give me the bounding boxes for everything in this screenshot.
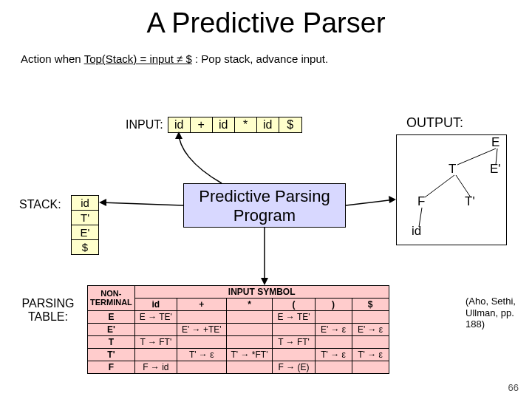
table-cell <box>134 349 177 361</box>
table-cell: T' → ε <box>315 349 352 361</box>
table-cell: T → FT' <box>134 336 177 349</box>
table-cell <box>226 311 273 324</box>
table-cell: E → TE' <box>273 311 315 324</box>
table-cell: T' → ε <box>352 349 389 361</box>
table-cell <box>315 311 352 324</box>
page-title: A Predictive Parser <box>0 7 532 39</box>
table-cell: E' → ε <box>352 324 389 336</box>
nt-header: NON-TERMINAL <box>88 286 135 311</box>
table-cell <box>352 336 389 349</box>
tree-node: E' <box>490 162 501 177</box>
row-nt: T' <box>88 349 135 361</box>
svg-line-2 <box>425 175 454 197</box>
parsing-table-label: PARSING TABLE: <box>15 297 81 324</box>
tree-node: F <box>417 194 425 209</box>
stack-cell: id <box>72 196 98 211</box>
action-rule: Action when Top(Stack) = input ≠ $ : Pop… <box>21 52 532 65</box>
action-suffix: : Pop stack, advance input. <box>192 52 328 65</box>
input-label: INPUT: <box>126 118 163 132</box>
col-header: ( <box>273 299 315 311</box>
input-cell: id <box>257 117 279 132</box>
table-cell: T' → ε <box>177 349 226 361</box>
table-cell <box>273 349 315 361</box>
table-cell: E' → +TE' <box>177 324 226 336</box>
table-cell: E → TE' <box>134 311 177 324</box>
input-cell: + <box>191 117 213 132</box>
parsing-table: NON-TERMINALINPUT SYMBOLid+*()$EE → TE'E… <box>87 285 389 374</box>
stack-cell: E' <box>72 225 98 240</box>
table-cell <box>177 311 226 324</box>
col-header: $ <box>352 299 389 311</box>
table-cell <box>226 336 273 349</box>
table-cell <box>226 361 273 374</box>
output-label: OUTPUT: <box>406 115 463 131</box>
predictive-parsing-program-box: Predictive Parsing Program <box>183 183 346 228</box>
input-cell: id <box>213 117 235 132</box>
tree-node: T <box>449 162 456 177</box>
stack-label: STACK: <box>19 198 61 211</box>
action-prefix: Action when <box>21 52 84 65</box>
table-cell <box>226 324 273 336</box>
table-cell: E' → ε <box>315 324 352 336</box>
row-nt: F <box>88 361 135 374</box>
table-cell: F → (E) <box>273 361 315 374</box>
table-cell: T → FT' <box>273 336 315 349</box>
table-cell: F → id <box>134 361 177 374</box>
table-cell <box>177 361 226 374</box>
col-header: + <box>177 299 226 311</box>
action-condition: Top(Stack) = input ≠ $ <box>84 52 192 65</box>
input-cell: $ <box>279 117 301 132</box>
stack-cell: T' <box>72 211 98 225</box>
row-nt: E' <box>88 324 135 336</box>
table-cell <box>315 361 352 374</box>
col-header: * <box>226 299 273 311</box>
input-cell: id <box>168 117 191 132</box>
table-cell <box>315 336 352 349</box>
table-cell: T' → *FT' <box>226 349 273 361</box>
input-cell: * <box>235 117 257 132</box>
tree-node: E <box>491 135 499 150</box>
page-number: 66 <box>508 382 519 393</box>
table-cell <box>177 336 226 349</box>
col-header: id <box>134 299 177 311</box>
table-cell <box>273 324 315 336</box>
tree-node: T' <box>465 194 475 209</box>
stack-cell: $ <box>72 240 98 254</box>
table-cell <box>352 361 389 374</box>
svg-marker-8 <box>261 278 268 285</box>
stack-box: idT'E'$ <box>71 195 99 255</box>
output-tree-box: ETE'FT'id <box>396 134 507 245</box>
svg-marker-7 <box>389 196 396 203</box>
col-header: ) <box>315 299 352 311</box>
input-row: INPUT: id+id*id$ <box>126 117 302 133</box>
table-cell <box>134 324 177 336</box>
row-nt: T <box>88 336 135 349</box>
input-symbol-header: INPUT SYMBOL <box>134 286 389 299</box>
parsing-table-wrap: NON-TERMINALINPUT SYMBOLid+*()$EE → TE'E… <box>87 285 389 374</box>
svg-marker-6 <box>99 199 106 206</box>
table-cell <box>352 311 389 324</box>
row-nt: E <box>88 311 135 324</box>
tree-node: id <box>412 224 421 239</box>
input-tape: id+id*id$ <box>168 117 302 133</box>
citation: (Aho, Sethi, Ullman, pp. 188) <box>466 296 528 330</box>
